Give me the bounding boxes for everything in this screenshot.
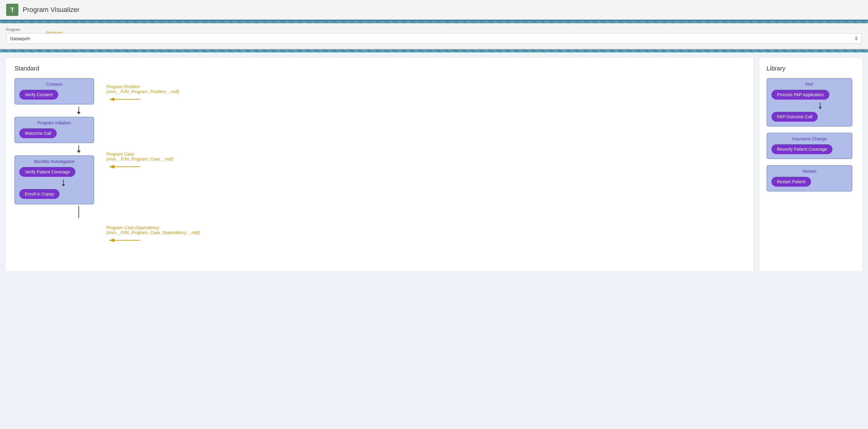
consent-group: Consent Verify Consent	[14, 78, 94, 104]
app-logo: T	[6, 4, 19, 16]
annotation-program-case: Program Case (mvn__PJN_Program_Case__mdt…	[106, 152, 174, 171]
standard-panel: Standard Consent Verify Consent Program …	[5, 57, 754, 272]
annotation-program-problem: Program Problem (mvn__PJN_Program_Proble…	[106, 84, 179, 104]
annotation-pc-arrow-svg	[106, 162, 143, 171]
program-field-label: Program	[6, 28, 862, 32]
annotation-pcd-line1: Program Case Dependency	[106, 225, 159, 230]
annotation-pp-arrow-svg	[106, 95, 143, 104]
app-title: Program Visualizer	[23, 6, 80, 14]
welcome-call-node[interactable]: Welcome Call	[19, 128, 57, 138]
verify-patient-coverage-node[interactable]: Verify Patient Coverage	[19, 167, 75, 177]
inner-arrow-bi	[38, 177, 89, 188]
arrow-connector-1	[39, 104, 119, 117]
program-initiation-group: Program Initiation Welcome Call	[14, 117, 94, 143]
app-header: T Program Visualizer	[0, 0, 868, 21]
arrow-line-1	[79, 107, 79, 114]
inner-arrow-line-bi	[63, 180, 64, 186]
pap-inner-arrow	[793, 100, 847, 111]
insurance-change-title: Insurance Change	[771, 136, 847, 141]
insurance-change-group: Insurance Change Reverify Patient Covera…	[767, 133, 852, 159]
arrow-line-3	[79, 206, 79, 218]
top-decorative-band	[0, 21, 868, 23]
bottom-decorative-band	[0, 49, 868, 52]
pap-group-title: PAP	[771, 82, 847, 87]
pap-arrow-line	[820, 102, 820, 109]
annotation-pp-line2: (mvn__PJN_Program_Problem__mdt)	[106, 89, 179, 94]
main-content: Standard Consent Verify Consent Program …	[0, 57, 868, 278]
program-selector-area: Program Program (mvn__PJN_Program__mdt ←…	[0, 23, 868, 49]
annotation-pp-line1: Program Problem	[106, 84, 140, 89]
pap-group: PAP Process PAP Application PAP Outcome …	[767, 78, 852, 127]
arrow-line-2	[79, 146, 79, 153]
annotation-pcd-arrow-svg	[106, 236, 143, 245]
restart-patient-node[interactable]: Restart Patient	[771, 177, 811, 187]
program-selector-wrapper: Program (mvn__PJN_Program__mdt ← Dasarpo…	[6, 33, 862, 44]
annotation-program-case-dep: Program Case Dependency (mvn__PJN_Progra…	[106, 225, 200, 245]
pap-outcome-call-node[interactable]: PAP Outcome Call	[771, 112, 818, 122]
verify-consent-node[interactable]: Verify Consent	[19, 90, 58, 100]
restart-group: Restart Restart Patient	[767, 165, 852, 191]
benefits-investigation-title: Benefits Investigation	[19, 159, 89, 164]
benefits-investigation-group: Benefits Investigation Verify Patient Co…	[14, 155, 94, 204]
enroll-in-copay-node[interactable]: Enroll in Copay	[19, 189, 59, 199]
reverify-patient-coverage-node[interactable]: Reverify Patient Coverage	[771, 144, 832, 154]
annotation-pc-line2: (mvn__PJN_Program_Case__mdt)	[106, 157, 174, 161]
flow-container: Consent Verify Consent Program Problem (…	[14, 78, 744, 220]
library-panel-title: Library	[767, 65, 856, 72]
arrow-connector-3	[39, 204, 119, 220]
program-select[interactable]: Dasarpoh	[6, 33, 862, 44]
annotation-pcd-line2: (mvn__PJN_Program_Case_Dependency__mdt)	[106, 230, 200, 235]
restart-group-title: Restart	[771, 169, 847, 174]
process-pap-application-node[interactable]: Process PAP Application	[771, 90, 829, 100]
consent-group-title: Consent	[19, 82, 89, 87]
library-panel: Library PAP Process PAP Application PAP …	[759, 57, 863, 272]
program-select-wrapper[interactable]: Dasarpoh ⇕	[6, 33, 862, 44]
program-initiation-title: Program Initiation	[19, 120, 89, 125]
annotation-pc-line1: Program Case	[106, 152, 134, 157]
standard-panel-title: Standard	[14, 65, 744, 72]
